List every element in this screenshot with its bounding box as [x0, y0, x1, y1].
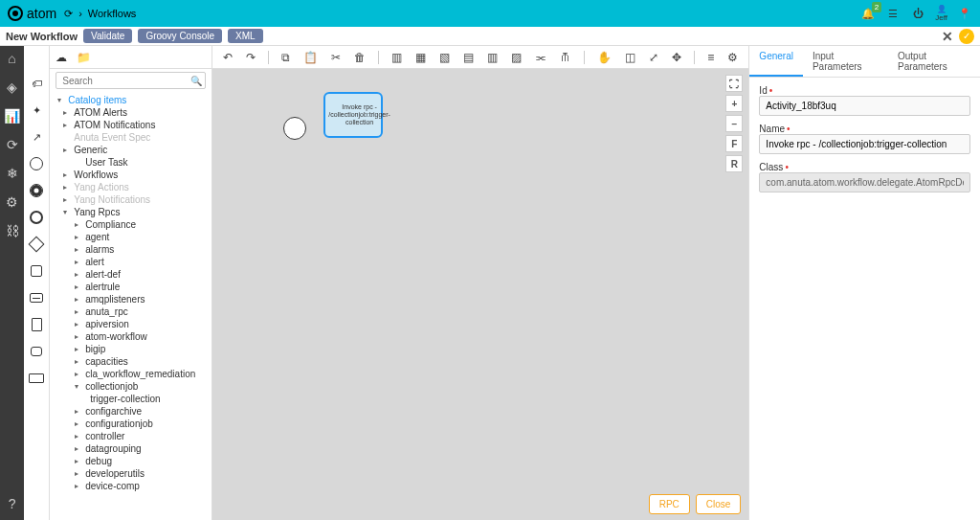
lasso-tool-icon[interactable]: ◫ [622, 51, 638, 64]
reset-button[interactable]: R [725, 155, 743, 172]
tree-item[interactable]: ▸developerutils [54, 467, 208, 480]
align-middle-icon[interactable]: ▥ [484, 51, 501, 64]
groovy-console-button[interactable]: Groovy Console [138, 29, 222, 43]
tree-item[interactable]: ▸configurationjob [54, 418, 208, 430]
tree-item[interactable]: ▸bigip [54, 343, 208, 355]
tree-item[interactable]: ▸alert-def [54, 268, 208, 281]
hand-tool-icon[interactable]: ✋ [594, 51, 614, 64]
copy-icon[interactable]: ⧉ [278, 51, 293, 64]
notification-icon[interactable]: 🔔2 [860, 6, 876, 21]
palette-pool-icon[interactable] [28, 370, 45, 387]
palette-connector-icon[interactable]: ↗ [28, 128, 45, 146]
location-icon[interactable]: 📍 [957, 6, 972, 21]
settings-icon[interactable]: ⚙ [724, 51, 741, 64]
palette-diamond-icon[interactable] [28, 236, 45, 253]
tree-item[interactable]: ▸amqplisteners [54, 293, 208, 305]
tab-general[interactable]: General [749, 46, 803, 77]
close-button[interactable]: Close [696, 494, 742, 514]
cut-icon[interactable]: ✂ [328, 51, 344, 64]
tree-item[interactable]: ▸capacities [54, 355, 208, 368]
nav-settings-icon[interactable]: ⚙ [4, 193, 21, 211]
breadcrumb-wf-icon[interactable]: ⟳ [64, 8, 73, 20]
tree-item-collectionjob[interactable]: ▾collectionjob [54, 380, 208, 393]
tree-item[interactable]: ▸configarchive [54, 405, 208, 418]
paste-icon[interactable]: 📋 [301, 51, 321, 64]
status-check-icon[interactable]: ✓ [959, 29, 974, 44]
tree-item[interactable]: ▸Compliance [54, 218, 208, 231]
palette-task-icon[interactable] [28, 262, 45, 280]
tree-item[interactable]: ▸alert [54, 256, 208, 268]
tree-item[interactable]: ▸Yang Notifications [54, 193, 208, 206]
align-right-icon[interactable]: ▧ [436, 51, 453, 64]
nav-snowflake-icon[interactable]: ❄ [4, 165, 21, 182]
zoom-in-button[interactable]: + [725, 95, 743, 112]
tree-item[interactable]: ▸cla_workflow_remediation [54, 368, 208, 380]
nav-dashboard-icon[interactable]: ⌂ [4, 50, 21, 67]
menu-icon[interactable]: ☰ [885, 6, 901, 21]
palette-subprocess-icon[interactable] [28, 289, 45, 306]
nav-discover-icon[interactable]: ◈ [4, 79, 21, 96]
zoom-out-button[interactable]: − [725, 115, 743, 132]
upload-icon[interactable]: ☁ [56, 51, 69, 64]
name-field[interactable] [759, 134, 970, 154]
tree-item[interactable]: ▸agent [54, 231, 208, 243]
search-input[interactable] [56, 72, 206, 89]
tab-input-params[interactable]: Input Parameters [803, 46, 888, 77]
tree-root[interactable]: ▾Catalog items [54, 94, 208, 106]
nav-help[interactable]: ? [0, 495, 24, 512]
tree-item[interactable]: ▸debug [54, 455, 208, 467]
folder-icon[interactable]: 📁 [77, 51, 90, 64]
tree-item-trigger-collection[interactable]: trigger-collection [54, 393, 208, 405]
workflow-canvas[interactable]: Invoke rpc - /collectionjob:trigger-coll… [212, 69, 748, 520]
tree-item[interactable]: ▸ATOM Notifications [54, 119, 208, 131]
tree-item[interactable]: ▸alarms [54, 243, 208, 256]
global-connect-icon[interactable]: ✥ [669, 51, 684, 64]
tree-item[interactable]: ▸atom-workflow [54, 330, 208, 343]
breadcrumb-item[interactable]: Workflows [88, 8, 137, 19]
tree-item[interactable]: User Task [54, 156, 208, 169]
rpc-button[interactable]: RPC [649, 494, 690, 514]
tree-item[interactable]: ▸apiversion [54, 318, 208, 330]
fullscreen-button[interactable]: ⛶ [725, 75, 743, 92]
id-field[interactable] [759, 96, 970, 116]
redo-icon[interactable]: ↷ [243, 51, 258, 64]
task-node[interactable]: Invoke rpc - /collectionjob:trigger-coll… [323, 92, 383, 138]
tree-item[interactable]: Anuta Event Spec [54, 131, 208, 144]
palette-datastore-icon[interactable] [28, 343, 45, 360]
palette-gateway-icon[interactable]: ✦ [28, 102, 45, 119]
close-icon[interactable]: ✕ [942, 29, 953, 44]
power-icon[interactable]: ⏻ [910, 6, 925, 21]
palette-start-event-icon[interactable] [28, 155, 45, 172]
align-top-icon[interactable]: ▤ [460, 51, 477, 64]
fit-button[interactable]: F [725, 135, 743, 152]
tree-item[interactable]: ▸ATOM Alerts [54, 106, 208, 119]
tree-item[interactable]: ▸anuta_rpc [54, 305, 208, 318]
tree-item[interactable]: ▸Generic [54, 144, 208, 156]
tab-output-params[interactable]: Output Parameters [888, 46, 980, 77]
tree-item[interactable]: ▸device-comp [54, 480, 208, 492]
validate-button[interactable]: Validate [83, 29, 132, 43]
nav-stats-icon[interactable]: 📊 [4, 107, 21, 124]
search-icon[interactable]: 🔍 [190, 76, 202, 86]
align-left-icon[interactable]: ▥ [389, 51, 405, 64]
nav-workflow-icon[interactable]: ⟳ [4, 136, 21, 153]
tree-item[interactable]: ▸Workflows [54, 169, 208, 181]
xml-button[interactable]: XML [228, 29, 263, 43]
tree-item[interactable]: ▸controller [54, 430, 208, 442]
nav-chain-icon[interactable]: ⛓ [4, 222, 21, 239]
palette-intermediate-event-icon[interactable] [28, 182, 45, 199]
list-icon[interactable]: ≡ [704, 51, 717, 64]
palette-end-event-icon[interactable] [28, 209, 45, 226]
class-field[interactable] [759, 172, 970, 192]
undo-icon[interactable]: ↶ [220, 51, 235, 64]
tree-item[interactable]: ▸alertrule [54, 281, 208, 293]
delete-icon[interactable]: 🗑 [351, 51, 368, 64]
palette-page-icon[interactable] [28, 316, 45, 333]
align-center-h-icon[interactable]: ▦ [412, 51, 429, 64]
palette-tree-icon[interactable]: 🏷 [28, 75, 45, 92]
distribute-v-icon[interactable]: ⫚ [557, 51, 574, 64]
tree-item[interactable]: ▸datagrouping [54, 442, 208, 455]
space-tool-icon[interactable]: ⤢ [646, 51, 661, 64]
tree-item[interactable]: ▾Yang Rpcs [54, 206, 208, 218]
user-menu[interactable]: 👤Jeff [935, 5, 947, 22]
